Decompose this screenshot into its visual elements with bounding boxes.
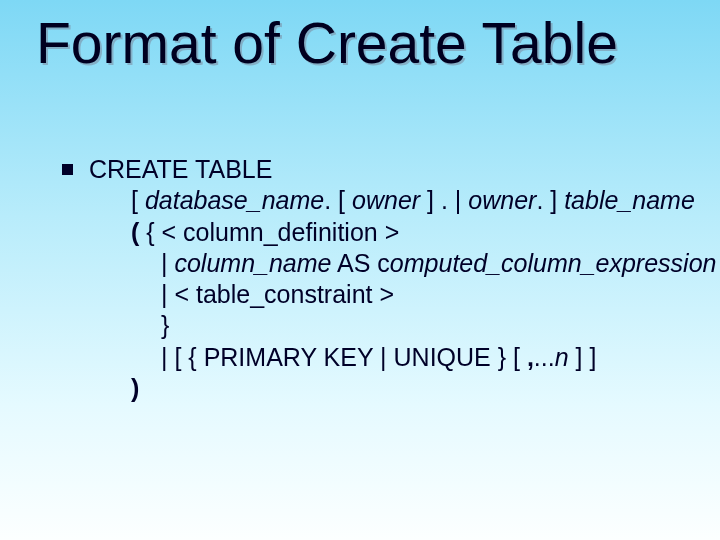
ident-owner: owner <box>352 186 420 214</box>
slide-body: CREATE TABLE [ database_name. [ owner ] … <box>62 154 690 404</box>
bullet-item: CREATE TABLE [ database_name. [ owner ] … <box>62 154 690 404</box>
txt: ] ] <box>569 343 597 371</box>
kw-as: AS c <box>331 249 389 277</box>
txt: { < column_definition > <box>146 218 399 246</box>
paren-open: ( <box>131 218 146 246</box>
syntax-line-1: CREATE TABLE <box>89 154 716 185</box>
ident-table-name: table_name <box>564 186 695 214</box>
syntax-line-3: ( { < column_definition > <box>89 217 716 248</box>
txt: . ] <box>536 186 564 214</box>
txt: . [ <box>324 186 352 214</box>
syntax-line-8: ) <box>89 373 716 404</box>
bullet-icon <box>62 164 73 175</box>
syntax-block: CREATE TABLE [ database_name. [ owner ] … <box>89 154 716 404</box>
ident-computed-expr: omputed_column_expression <box>390 249 717 277</box>
txt: [ <box>131 186 145 214</box>
slide-title: Format of Create Table <box>36 14 700 74</box>
ellipsis: ... <box>534 343 555 371</box>
slide: Format of Create Table CREATE TABLE [ da… <box>0 0 720 540</box>
paren-close: ) <box>131 374 139 402</box>
syntax-line-5: | < table_constraint > <box>89 279 716 310</box>
syntax-line-7: | [ { PRIMARY KEY | UNIQUE } [ ,...n ] ] <box>89 342 716 373</box>
ident-database-name: database_name <box>145 186 324 214</box>
txt: | <box>161 249 174 277</box>
ident-n: n <box>555 343 569 371</box>
txt: ] . | <box>420 186 468 214</box>
ident-owner: owner <box>468 186 536 214</box>
comma: , <box>527 343 534 371</box>
syntax-line-2: [ database_name. [ owner ] . | owner. ] … <box>89 185 716 216</box>
syntax-line-6: } <box>89 310 716 341</box>
txt: | [ { PRIMARY KEY | UNIQUE } [ <box>161 343 527 371</box>
syntax-line-4: | column_name AS computed_column_express… <box>89 248 716 279</box>
ident-column-name: column_name <box>174 249 331 277</box>
kw-create-table: CREATE TABLE <box>89 155 272 183</box>
